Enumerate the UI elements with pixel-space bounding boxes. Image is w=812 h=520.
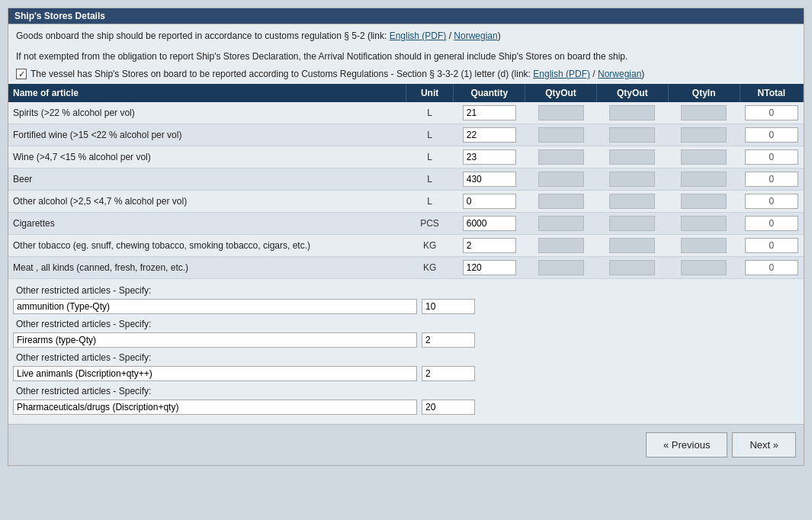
quantity-cell (454, 257, 525, 279)
quantity-input[interactable] (463, 216, 516, 231)
quantity-input[interactable] (463, 127, 516, 143)
qtyout1-input[interactable] (538, 194, 584, 209)
ntotal-input (745, 127, 798, 143)
link-norwegian-1[interactable]: Norwegian (454, 30, 497, 41)
restricted-article-name[interactable] (13, 332, 417, 348)
restricted-article-name[interactable] (13, 366, 417, 381)
qtyout1-input[interactable] (538, 216, 584, 231)
ntotal-input (745, 149, 798, 165)
article-unit: L (406, 146, 454, 169)
article-unit: L (406, 102, 454, 124)
qtyin-input[interactable] (681, 149, 727, 165)
restricted-label: Other restricted articles - Specify: (8, 349, 804, 364)
article-name: Spirits (>22 % alcohol per vol) (8, 102, 406, 124)
link-norwegian-2[interactable]: Norwegian (598, 69, 641, 79)
restricted-row (8, 297, 804, 316)
qtyout1-input[interactable] (538, 172, 584, 187)
ntotal-cell (740, 213, 803, 235)
restricted-label: Other restricted articles - Specify: (8, 316, 804, 331)
quantity-input[interactable] (463, 105, 516, 120)
table-row: Beer L (8, 169, 804, 191)
col-header-quantity: Quantity (454, 84, 525, 102)
qtyout2-cell (596, 235, 668, 257)
qtyout1-input[interactable] (538, 238, 584, 253)
quantity-cell (454, 102, 525, 124)
article-name: Other alcohol (>2,5 <4,7 % alcohol per v… (8, 191, 406, 213)
restricted-article-qty[interactable] (422, 332, 475, 348)
qtyin-cell (668, 102, 740, 124)
qtyout1-input[interactable] (538, 127, 584, 143)
section-title: Ship's Stores Details (8, 8, 804, 24)
checkbox-row: ✓ The vessel has Ship's Stores on board … (8, 66, 804, 84)
restricted-article-qty[interactable] (422, 366, 475, 381)
qtyout1-cell (525, 213, 597, 235)
quantity-input[interactable] (463, 238, 516, 253)
qtyout2-cell (596, 102, 668, 124)
qtyout1-input[interactable] (538, 105, 584, 120)
qtyout2-cell (596, 124, 668, 146)
qtyout1-input[interactable] (538, 260, 584, 275)
restricted-article-qty[interactable] (422, 400, 475, 415)
qtyin-input[interactable] (681, 127, 727, 143)
qtyin-input[interactable] (681, 238, 727, 253)
quantity-cell (454, 213, 525, 235)
restricted-article-name[interactable] (13, 400, 417, 415)
qtyout2-input[interactable] (609, 105, 655, 120)
restricted-row (8, 331, 804, 349)
ntotal-input (745, 105, 798, 120)
article-unit: PCS (406, 213, 454, 235)
article-unit: L (406, 169, 454, 191)
restricted-row (8, 364, 804, 383)
footer-nav: « Previous Next » (8, 424, 804, 465)
quantity-cell (454, 235, 525, 257)
vessel-checkbox[interactable]: ✓ (16, 69, 27, 79)
table-row: Other alcohol (>2,5 <4,7 % alcohol per v… (8, 191, 804, 213)
quantity-input[interactable] (463, 149, 516, 165)
ntotal-cell (740, 102, 803, 124)
link-english-pdf-1[interactable]: English (PDF) (390, 30, 447, 41)
qtyin-cell (668, 146, 740, 169)
qtyout2-cell (596, 257, 668, 279)
qtyout1-cell (525, 102, 597, 124)
qtyout1-input[interactable] (538, 149, 584, 165)
qtyout1-cell (525, 169, 597, 191)
article-name: Fortified wine (>15 <22 % alcohol per vo… (8, 124, 406, 146)
article-unit: L (406, 191, 454, 213)
qtyin-input[interactable] (681, 105, 727, 120)
qtyout2-cell (596, 146, 668, 169)
qtyin-input[interactable] (681, 194, 727, 209)
qtyout2-input[interactable] (609, 172, 655, 187)
qtyout2-input[interactable] (609, 127, 655, 143)
qtyout2-input[interactable] (609, 216, 655, 231)
restricted-article-name[interactable] (13, 299, 417, 314)
restricted-article-qty[interactable] (422, 299, 475, 314)
table-container: Name of article Unit Quantity QtyOut Qty… (8, 84, 804, 424)
qtyout2-cell (596, 191, 668, 213)
qtyin-input[interactable] (681, 172, 727, 187)
qtyout2-input[interactable] (609, 238, 655, 253)
next-button[interactable]: Next » (732, 432, 796, 457)
col-header-ntotal: NTotal (740, 84, 803, 102)
qtyin-input[interactable] (681, 216, 727, 231)
qtyin-input[interactable] (681, 260, 727, 275)
quantity-input[interactable] (463, 260, 516, 275)
table-row: Wine (>4,7 <15 % alcohol per vol) L (8, 146, 804, 169)
previous-button[interactable]: « Previous (646, 432, 727, 457)
qtyout2-cell (596, 213, 668, 235)
qtyout1-cell (525, 146, 597, 169)
quantity-input[interactable] (463, 194, 516, 209)
ntotal-input (745, 238, 798, 253)
table-row: Fortified wine (>15 <22 % alcohol per vo… (8, 124, 804, 146)
restricted-row (8, 398, 804, 416)
qtyout2-input[interactable] (609, 149, 655, 165)
info-line-2: If not exempted from the obligation to r… (8, 45, 804, 66)
table-row: Cigarettes PCS (8, 213, 804, 235)
qtyin-cell (668, 213, 740, 235)
quantity-input[interactable] (463, 172, 516, 187)
qtyout2-input[interactable] (609, 194, 655, 209)
link-english-pdf-2[interactable]: English (PDF) (533, 69, 590, 79)
table-row: Other tobacco (eg. snuff, chewing tobacc… (8, 235, 804, 257)
qtyin-cell (668, 235, 740, 257)
article-name: Beer (8, 169, 406, 191)
qtyout2-input[interactable] (609, 260, 655, 275)
